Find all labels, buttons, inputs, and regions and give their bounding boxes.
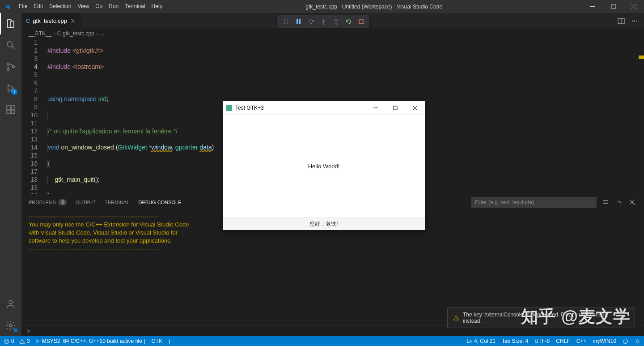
gtk-label: Hello World! <box>223 115 425 218</box>
svg-rect-30 <box>394 106 397 110</box>
activity-search[interactable] <box>0 34 21 56</box>
svg-point-29 <box>623 339 627 343</box>
status-encoding[interactable]: UTF-8 <box>534 338 550 344</box>
activity-run-debug[interactable]: 1 <box>0 77 21 99</box>
svg-rect-0 <box>611 4 615 9</box>
status-config[interactable]: myWIN10 <box>593 338 616 344</box>
activity-extensions[interactable] <box>0 99 21 120</box>
svg-point-13 <box>632 20 633 21</box>
chevron-right-icon: › <box>53 30 55 37</box>
line-gutter: 1234567891011121314151617181920 <box>21 38 45 194</box>
close-panel-icon[interactable] <box>627 197 637 207</box>
svg-rect-22 <box>297 19 298 24</box>
problems-badge: 3 <box>59 199 67 205</box>
svg-point-24 <box>310 23 311 24</box>
svg-point-21 <box>287 23 288 24</box>
debug-toolbar[interactable] <box>277 15 369 28</box>
svg-point-17 <box>284 21 285 22</box>
svg-point-16 <box>284 19 285 20</box>
tab-gtk-testc[interactable]: C gtk_testc.cpp <box>21 13 82 29</box>
svg-point-18 <box>284 23 285 24</box>
svg-point-20 <box>287 21 288 22</box>
menu-edit[interactable]: Edit <box>30 0 46 13</box>
debug-step-out-button[interactable] <box>330 16 342 27</box>
svg-point-1 <box>7 42 13 47</box>
status-tabsize[interactable]: Tab Size: 4 <box>502 338 528 344</box>
menu-selection[interactable]: Selection <box>46 0 74 13</box>
window-controls <box>582 0 644 13</box>
minimize-button[interactable] <box>582 0 603 13</box>
gtk-button[interactable]: 您好，老铁! <box>223 218 425 230</box>
tab-output[interactable]: OUTPUT <box>76 198 96 207</box>
editor-actions <box>616 13 644 29</box>
debug-restart-button[interactable] <box>343 16 354 27</box>
settings-update-dot <box>14 329 17 332</box>
svg-point-14 <box>634 20 635 21</box>
svg-rect-6 <box>7 106 10 109</box>
svg-rect-9 <box>11 110 15 114</box>
activity-accounts[interactable] <box>0 293 21 315</box>
status-bar: 0 3 MSYS2_64 C/C++: G++10 build active f… <box>0 336 644 346</box>
status-bell-icon[interactable] <box>635 338 640 344</box>
status-lncol[interactable]: Ln 4, Col 21 <box>466 338 496 344</box>
status-build-task[interactable]: MSYS2_64 C/C++: G++10 build active file … <box>34 338 170 344</box>
window-title: gtk_testc.cpp - Untitled (Workspace) - V… <box>165 4 582 10</box>
activity-settings[interactable] <box>0 315 21 336</box>
status-errors[interactable]: 0 3 <box>4 338 30 344</box>
tab-problems[interactable]: PROBLEMS3 <box>29 197 67 207</box>
gtk-minimize-button[interactable] <box>366 101 386 115</box>
chevron-right-icon: › <box>96 30 98 37</box>
menu-run[interactable]: Run <box>106 0 122 13</box>
gtk-app-window[interactable]: Test GTK+3 Hello World! 您好，老铁! <box>223 101 425 230</box>
status-eol[interactable]: CRLF <box>556 338 570 344</box>
gtk-app-icon <box>223 105 235 111</box>
gtk-titlebar[interactable]: Test GTK+3 <box>223 101 425 115</box>
menu-terminal[interactable]: Terminal <box>122 0 148 13</box>
crumb-file[interactable]: C gtk_testc.cpp <box>57 30 94 37</box>
debug-step-over-button[interactable] <box>305 16 317 27</box>
crumb-symbol[interactable]: ... <box>100 30 104 37</box>
status-language[interactable]: C++ <box>576 338 587 344</box>
collapse-panel-icon[interactable] <box>614 197 623 207</box>
clear-console-icon[interactable] <box>600 197 610 207</box>
svg-point-25 <box>323 23 324 24</box>
notification-toast[interactable]: The key 'externalConsole' is deprecated.… <box>447 308 635 328</box>
svg-rect-7 <box>11 106 15 109</box>
activity-explorer[interactable] <box>0 13 21 34</box>
debug-pause-button[interactable] <box>292 16 304 27</box>
status-feedback-icon[interactable] <box>623 338 628 344</box>
close-button[interactable] <box>623 0 644 13</box>
menu-go[interactable]: Go <box>92 0 106 13</box>
gtk-close-button[interactable] <box>405 101 425 115</box>
menu-view[interactable]: View <box>74 0 92 13</box>
debug-stop-button[interactable] <box>355 16 367 27</box>
debug-badge: 1 <box>11 89 17 95</box>
debug-step-into-button[interactable] <box>318 16 329 27</box>
maximize-button[interactable] <box>603 0 623 13</box>
gtk-maximize-button[interactable] <box>386 101 405 115</box>
tab-debug-console[interactable]: DEBUG CONSOLE <box>139 198 182 207</box>
main-menu: File Edit Selection View Go Run Terminal… <box>16 0 165 13</box>
overview-ruler-warning <box>639 56 644 59</box>
split-editor-icon[interactable] <box>616 16 626 26</box>
tab-close-icon[interactable] <box>70 17 77 25</box>
menu-help[interactable]: Help <box>148 0 166 13</box>
tab-terminal[interactable]: TERMINAL <box>105 198 130 207</box>
crumb-folder[interactable]: __GTK__ <box>29 30 51 37</box>
cpp-file-icon: C <box>57 30 61 37</box>
debug-grip-icon[interactable] <box>280 16 292 27</box>
panel-filter-input[interactable] <box>471 197 597 208</box>
svg-point-2 <box>7 63 9 65</box>
tab-label: gtk_testc.cpp <box>33 17 67 24</box>
svg-point-11 <box>9 324 12 327</box>
breadcrumb-bar: __GTK__ › C gtk_testc.cpp › ... <box>21 29 644 38</box>
vscode-icon <box>0 3 16 10</box>
notification-text: The key 'externalConsole' is deprecated.… <box>463 312 629 324</box>
more-actions-icon[interactable] <box>630 16 640 26</box>
menu-file[interactable]: File <box>16 0 30 13</box>
svg-rect-27 <box>359 20 363 24</box>
activity-source-control[interactable] <box>0 56 21 77</box>
svg-point-15 <box>636 20 637 21</box>
svg-rect-8 <box>7 110 10 114</box>
gtk-title: Test GTK+3 <box>235 105 264 111</box>
